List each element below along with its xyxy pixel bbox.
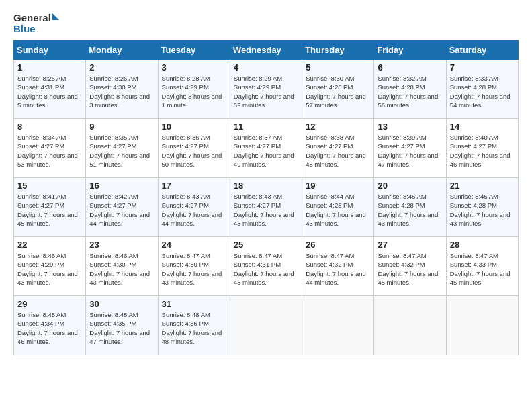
day-number: 4 [234, 62, 298, 73]
day-info: Sunrise: 8:45 AMSunset: 4:28 PMDaylight:… [450, 192, 515, 228]
day-number: 7 [450, 62, 515, 73]
header-day-tuesday: Tuesday [158, 41, 230, 60]
calendar-week-row: 15Sunrise: 8:41 AMSunset: 4:27 PMDayligh… [14, 178, 519, 237]
calendar-cell: 11Sunrise: 8:37 AMSunset: 4:27 PMDayligh… [230, 119, 302, 178]
calendar-cell: 22Sunrise: 8:46 AMSunset: 4:29 PMDayligh… [14, 237, 86, 296]
header-day-friday: Friday [374, 41, 446, 60]
day-info: Sunrise: 8:26 AMSunset: 4:30 PMDaylight:… [89, 74, 154, 109]
day-info: Sunrise: 8:29 AMSunset: 4:29 PMDaylight:… [234, 74, 298, 109]
calendar-cell: 31Sunrise: 8:48 AMSunset: 4:36 PMDayligh… [158, 296, 230, 355]
day-info: Sunrise: 8:47 AMSunset: 4:31 PMDaylight:… [234, 251, 298, 287]
calendar-cell: 20Sunrise: 8:45 AMSunset: 4:28 PMDayligh… [374, 178, 446, 237]
calendar-cell: 23Sunrise: 8:46 AMSunset: 4:30 PMDayligh… [86, 237, 158, 296]
day-info: Sunrise: 8:43 AMSunset: 4:27 PMDaylight:… [234, 192, 298, 228]
day-number: 9 [89, 122, 154, 132]
calendar-cell: 8Sunrise: 8:34 AMSunset: 4:27 PMDaylight… [14, 119, 86, 178]
day-info: Sunrise: 8:41 AMSunset: 4:27 PMDaylight:… [17, 192, 82, 228]
calendar-cell: 1Sunrise: 8:25 AMSunset: 4:31 PMDaylight… [14, 60, 86, 119]
day-info: Sunrise: 8:48 AMSunset: 4:35 PMDaylight:… [89, 310, 154, 346]
day-number: 17 [162, 181, 226, 191]
day-info: Sunrise: 8:43 AMSunset: 4:27 PMDaylight:… [162, 192, 226, 228]
day-number: 13 [378, 122, 442, 132]
day-number: 15 [17, 181, 82, 191]
header-day-saturday: Saturday [446, 41, 518, 60]
day-info: Sunrise: 8:48 AMSunset: 4:34 PMDaylight:… [17, 310, 82, 346]
day-info: Sunrise: 8:42 AMSunset: 4:27 PMDaylight:… [89, 192, 154, 228]
day-number: 11 [234, 122, 298, 132]
calendar-body: 1Sunrise: 8:25 AMSunset: 4:31 PMDaylight… [14, 60, 519, 355]
day-number: 27 [378, 240, 442, 250]
calendar-cell: 7Sunrise: 8:33 AMSunset: 4:28 PMDaylight… [446, 60, 518, 119]
day-number: 2 [89, 62, 154, 73]
svg-marker-1 [52, 13, 59, 20]
calendar-header-row: SundayMondayTuesdayWednesdayThursdayFrid… [14, 41, 519, 60]
day-number: 14 [450, 122, 515, 132]
day-number: 24 [162, 240, 226, 250]
day-number: 29 [17, 299, 82, 309]
day-info: Sunrise: 8:38 AMSunset: 4:27 PMDaylight:… [306, 133, 370, 169]
day-number: 26 [306, 240, 370, 250]
calendar-cell: 15Sunrise: 8:41 AMSunset: 4:27 PMDayligh… [14, 178, 86, 237]
calendar-cell: 12Sunrise: 8:38 AMSunset: 4:27 PMDayligh… [302, 119, 374, 178]
calendar-cell: 4Sunrise: 8:29 AMSunset: 4:29 PMDaylight… [230, 60, 302, 119]
day-info: Sunrise: 8:44 AMSunset: 4:28 PMDaylight:… [306, 192, 370, 228]
calendar-cell [374, 296, 446, 355]
day-info: Sunrise: 8:36 AMSunset: 4:27 PMDaylight:… [162, 133, 226, 169]
calendar-cell: 29Sunrise: 8:48 AMSunset: 4:34 PMDayligh… [14, 296, 86, 355]
day-number: 3 [162, 62, 226, 73]
day-info: Sunrise: 8:39 AMSunset: 4:27 PMDaylight:… [378, 133, 442, 169]
calendar-week-row: 29Sunrise: 8:48 AMSunset: 4:34 PMDayligh… [14, 296, 519, 355]
day-info: Sunrise: 8:28 AMSunset: 4:29 PMDaylight:… [162, 74, 226, 109]
day-info: Sunrise: 8:48 AMSunset: 4:36 PMDaylight:… [162, 310, 226, 346]
day-number: 28 [450, 240, 515, 250]
day-number: 25 [234, 240, 298, 250]
day-number: 30 [89, 299, 154, 309]
day-number: 8 [17, 122, 82, 132]
calendar-cell: 9Sunrise: 8:35 AMSunset: 4:27 PMDaylight… [86, 119, 158, 178]
day-info: Sunrise: 8:46 AMSunset: 4:29 PMDaylight:… [17, 251, 82, 287]
day-number: 19 [306, 181, 370, 191]
day-info: Sunrise: 8:47 AMSunset: 4:32 PMDaylight:… [378, 251, 442, 287]
day-number: 21 [450, 181, 515, 191]
calendar-cell [302, 296, 374, 355]
day-info: Sunrise: 8:37 AMSunset: 4:27 PMDaylight:… [234, 133, 298, 169]
day-number: 10 [162, 122, 226, 132]
calendar-cell: 5Sunrise: 8:30 AMSunset: 4:28 PMDaylight… [302, 60, 374, 119]
day-number: 12 [306, 122, 370, 132]
calendar-cell: 10Sunrise: 8:36 AMSunset: 4:27 PMDayligh… [158, 119, 230, 178]
calendar-cell: 14Sunrise: 8:40 AMSunset: 4:27 PMDayligh… [446, 119, 518, 178]
header-day-wednesday: Wednesday [230, 41, 302, 60]
calendar-cell [230, 296, 302, 355]
svg-text:Blue: Blue [13, 23, 36, 34]
header: GeneralBlue [13, 11, 519, 35]
day-info: Sunrise: 8:45 AMSunset: 4:28 PMDaylight:… [378, 192, 442, 228]
day-number: 20 [378, 181, 442, 191]
day-number: 1 [17, 62, 82, 73]
day-number: 6 [378, 62, 442, 73]
header-day-sunday: Sunday [14, 41, 86, 60]
day-info: Sunrise: 8:30 AMSunset: 4:28 PMDaylight:… [306, 74, 370, 109]
day-number: 31 [162, 299, 226, 309]
day-number: 5 [306, 62, 370, 73]
calendar-cell: 26Sunrise: 8:47 AMSunset: 4:32 PMDayligh… [302, 237, 374, 296]
calendar-cell: 24Sunrise: 8:47 AMSunset: 4:30 PMDayligh… [158, 237, 230, 296]
header-day-monday: Monday [86, 41, 158, 60]
day-number: 23 [89, 240, 154, 250]
logo: GeneralBlue [13, 11, 60, 35]
calendar-cell: 16Sunrise: 8:42 AMSunset: 4:27 PMDayligh… [86, 178, 158, 237]
day-info: Sunrise: 8:47 AMSunset: 4:32 PMDaylight:… [306, 251, 370, 287]
day-number: 16 [89, 181, 154, 191]
day-info: Sunrise: 8:46 AMSunset: 4:30 PMDaylight:… [89, 251, 154, 287]
logo-icon: GeneralBlue [13, 11, 60, 35]
day-info: Sunrise: 8:34 AMSunset: 4:27 PMDaylight:… [17, 133, 82, 169]
calendar-cell: 2Sunrise: 8:26 AMSunset: 4:30 PMDaylight… [86, 60, 158, 119]
header-day-thursday: Thursday [302, 41, 374, 60]
day-info: Sunrise: 8:47 AMSunset: 4:30 PMDaylight:… [162, 251, 226, 287]
calendar-cell: 27Sunrise: 8:47 AMSunset: 4:32 PMDayligh… [374, 237, 446, 296]
calendar-cell: 6Sunrise: 8:32 AMSunset: 4:28 PMDaylight… [374, 60, 446, 119]
day-info: Sunrise: 8:35 AMSunset: 4:27 PMDaylight:… [89, 133, 154, 169]
calendar-week-row: 1Sunrise: 8:25 AMSunset: 4:31 PMDaylight… [14, 60, 519, 119]
calendar-cell: 21Sunrise: 8:45 AMSunset: 4:28 PMDayligh… [446, 178, 518, 237]
day-info: Sunrise: 8:33 AMSunset: 4:28 PMDaylight:… [450, 74, 515, 109]
day-info: Sunrise: 8:47 AMSunset: 4:33 PMDaylight:… [450, 251, 515, 287]
